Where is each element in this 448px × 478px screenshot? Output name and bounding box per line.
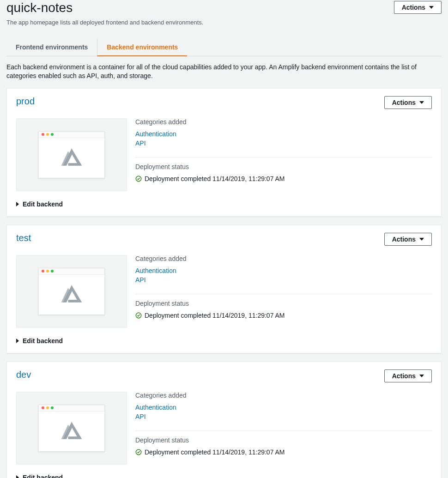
window-title-bar — [39, 405, 104, 411]
categories-added-label: Categories added — [135, 118, 432, 126]
window-dot-red-icon — [42, 270, 44, 272]
caret-down-icon — [419, 375, 424, 377]
category-api-link[interactable]: API — [135, 276, 209, 284]
window-body — [39, 275, 104, 315]
env-details: Categories added Authentication API Depl… — [135, 392, 432, 465]
env-details: Categories added Authentication API Depl… — [135, 118, 432, 191]
svg-rect-0 — [68, 163, 79, 166]
page-header: quick-notes The app homepage lists all d… — [6, 0, 442, 26]
status-success-icon — [135, 449, 142, 455]
env-card-body: Categories added Authentication API Depl… — [16, 118, 432, 191]
categories-column: Authentication API — [135, 130, 217, 149]
deployment-status-text: Deployment completed 11/14/2019, 11:29:0… — [145, 175, 285, 182]
deployment-status-label: Deployment status — [135, 436, 432, 444]
status-success-icon — [135, 175, 142, 182]
env-name-link[interactable]: prod — [16, 96, 35, 107]
window-dot-red-icon — [42, 133, 44, 136]
env-card-prod: prod Actions — [6, 88, 442, 217]
env-actions-label: Actions — [392, 372, 416, 380]
env-thumbnail — [16, 118, 127, 191]
edit-backend-toggle[interactable]: Edit backend — [16, 337, 63, 345]
status-success-icon — [135, 312, 142, 319]
deployment-status-line: Deployment completed 11/14/2019, 11:29:0… — [135, 175, 432, 182]
env-actions-button[interactable]: Actions — [384, 96, 432, 109]
window-title-bar — [39, 132, 104, 138]
caret-right-icon — [16, 475, 19, 478]
caret-right-icon — [16, 202, 19, 206]
category-authentication-link[interactable]: Authentication — [135, 404, 209, 411]
browser-window-icon — [38, 131, 105, 178]
env-name-link[interactable]: dev — [16, 369, 31, 380]
deployment-status-label: Deployment status — [135, 300, 432, 307]
caret-down-icon — [429, 6, 434, 9]
categories-row: Authentication API — [135, 267, 432, 294]
env-actions-label: Actions — [392, 236, 416, 243]
page-actions-button[interactable]: Actions — [394, 1, 442, 14]
category-authentication-link[interactable]: Authentication — [135, 267, 209, 274]
amplify-logo-icon — [59, 420, 85, 442]
deployment-status-line: Deployment completed 11/14/2019, 11:29:0… — [135, 312, 432, 319]
categories-row: Authentication API — [135, 404, 432, 431]
caret-down-icon — [419, 238, 424, 241]
categories-column: Authentication API — [135, 267, 217, 285]
window-dot-yellow-icon — [46, 406, 49, 409]
window-dot-green-icon — [51, 270, 54, 272]
env-card-header: test Actions — [16, 233, 432, 246]
deployment-status-section: Deployment status Deployment completed 1… — [135, 436, 432, 456]
caret-down-icon — [419, 101, 424, 104]
window-body — [39, 138, 104, 178]
env-actions-label: Actions — [392, 99, 416, 106]
category-api-link[interactable]: API — [135, 413, 209, 420]
edit-backend-label: Edit backend — [23, 200, 63, 208]
env-card-dev: dev Actions — [6, 362, 442, 478]
svg-rect-2 — [68, 300, 79, 303]
env-name-link[interactable]: test — [16, 233, 31, 243]
deployment-status-text: Deployment completed 11/14/2019, 11:29:0… — [145, 448, 285, 456]
categories-added-label: Categories added — [135, 255, 432, 262]
categories-column: Authentication API — [135, 404, 217, 422]
window-dot-green-icon — [51, 406, 54, 409]
deployment-status-section: Deployment status Deployment completed 1… — [135, 300, 432, 319]
page-subtitle: The app homepage lists all deployed fron… — [6, 19, 203, 26]
deployment-status-line: Deployment completed 11/14/2019, 11:29:0… — [135, 448, 432, 456]
env-actions-button[interactable]: Actions — [384, 233, 432, 246]
edit-backend-toggle[interactable]: Edit backend — [16, 200, 63, 208]
env-card-test: test Actions — [6, 225, 442, 353]
browser-window-icon — [38, 405, 105, 452]
env-actions-button[interactable]: Actions — [384, 369, 432, 382]
edit-backend-label: Edit backend — [23, 337, 63, 345]
edit-backend-label: Edit backend — [23, 474, 63, 478]
svg-rect-4 — [68, 436, 79, 439]
window-dot-green-icon — [51, 133, 54, 136]
window-dot-yellow-icon — [46, 270, 49, 272]
window-body — [39, 411, 104, 451]
window-title-bar — [39, 268, 104, 275]
window-dot-yellow-icon — [46, 133, 49, 136]
page-title: quick-notes — [6, 1, 203, 15]
browser-window-icon — [38, 268, 105, 315]
category-api-link[interactable]: API — [135, 139, 209, 147]
edit-backend-toggle[interactable]: Edit backend — [16, 474, 63, 478]
env-thumbnail — [16, 255, 127, 328]
env-card-header: dev Actions — [16, 369, 432, 382]
page-actions-label: Actions — [402, 4, 425, 11]
page-title-block: quick-notes The app homepage lists all d… — [6, 1, 203, 26]
categories-row: Authentication API — [135, 130, 432, 157]
deployment-status-label: Deployment status — [135, 163, 432, 170]
window-dot-red-icon — [42, 406, 44, 409]
categories-added-label: Categories added — [135, 392, 432, 399]
amplify-logo-icon — [59, 284, 85, 306]
category-authentication-link[interactable]: Authentication — [135, 130, 209, 138]
tab-description: Each backend environment is a container … — [6, 63, 442, 81]
env-details: Categories added Authentication API Depl… — [135, 255, 432, 328]
caret-right-icon — [16, 339, 19, 343]
tab-bar: Frontend environments Backend environmen… — [6, 39, 442, 56]
env-card-header: prod Actions — [16, 96, 432, 109]
tab-backend-environments[interactable]: Backend environments — [97, 39, 187, 56]
deployment-status-text: Deployment completed 11/14/2019, 11:29:0… — [145, 312, 285, 319]
tab-frontend-environments[interactable]: Frontend environments — [6, 39, 97, 56]
env-card-body: Categories added Authentication API Depl… — [16, 255, 432, 328]
deployment-status-section: Deployment status Deployment completed 1… — [135, 163, 432, 182]
amplify-logo-icon — [59, 147, 85, 169]
env-card-body: Categories added Authentication API Depl… — [16, 392, 432, 465]
